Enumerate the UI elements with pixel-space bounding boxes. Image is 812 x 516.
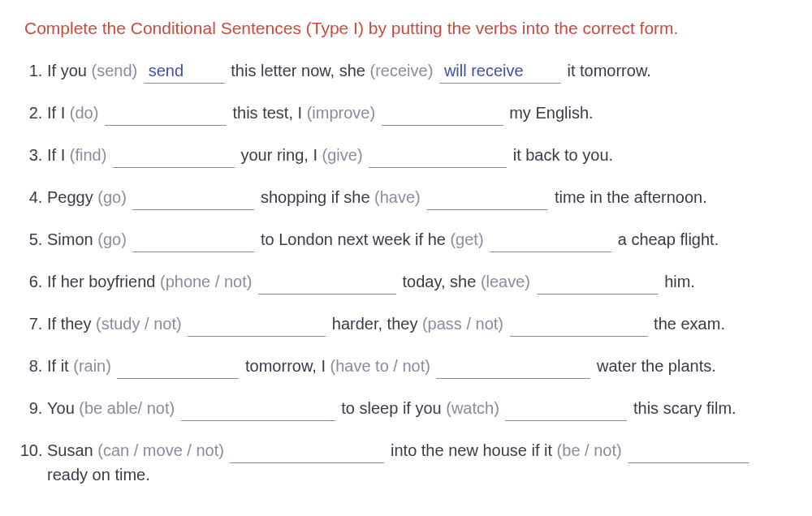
sentence-text: [127, 188, 132, 206]
answer-blank[interactable]: [510, 312, 648, 337]
answer-blank[interactable]: [230, 439, 384, 463]
sentence-text: If I: [47, 146, 70, 164]
sentence-text: to London next week if he: [256, 230, 450, 248]
sentence-text: [622, 441, 627, 459]
verb-cue: (improve): [307, 104, 375, 122]
verb-cue: (phone / not): [160, 273, 252, 290]
verb-cue: (watch): [446, 399, 499, 417]
verb-cue: (send): [91, 62, 137, 80]
verb-cue: (go): [97, 230, 127, 248]
answer-blank[interactable]: [426, 186, 548, 210]
sentence-text: [137, 62, 142, 80]
sentence-text: time in the afternoon.: [550, 188, 706, 206]
exercise-item: If you (send) send this letter now, she …: [47, 59, 788, 84]
answer-blank[interactable]: [258, 270, 396, 295]
answer-blank[interactable]: [382, 101, 503, 126]
answer-blank[interactable]: [181, 397, 335, 421]
sentence-text: today, she: [398, 273, 481, 290]
answer-blank[interactable]: [117, 355, 239, 379]
answer-blank[interactable]: [436, 355, 590, 379]
verb-cue: (leave): [481, 273, 530, 290]
sentence-text: into the new house if it: [386, 441, 556, 459]
verb-cue: (get): [450, 230, 483, 248]
verb-cue: (receive): [370, 62, 434, 80]
sentence-text: [98, 104, 103, 122]
sentence-text: If they: [47, 315, 96, 333]
sentence-text: Susan: [47, 441, 97, 459]
exercise-item: If I (find) your ring, I (give) it back …: [47, 144, 788, 168]
answer-blank[interactable]: [132, 186, 254, 210]
answer-blank[interactable]: [188, 312, 326, 337]
sentence-text: [430, 357, 435, 375]
sentence-text: [224, 441, 229, 459]
sentence-text: [106, 146, 111, 164]
exercise-item: If I (do) this test, I (improve) my Engl…: [47, 101, 788, 126]
sentence-text: If I: [47, 104, 70, 122]
sentence-text: your ring, I: [236, 146, 322, 164]
exercise-item: If they (study / not) harder, they (pass…: [47, 312, 788, 337]
sentence-text: [111, 357, 116, 375]
sentence-text: this test, I: [228, 104, 307, 122]
sentence-text: the exam.: [650, 315, 725, 333]
sentence-text: tomorrow, I: [240, 357, 330, 375]
sentence-text: [433, 62, 438, 80]
exercise-item: Simon (go) to London next week if he (ge…: [47, 228, 788, 252]
exercise-item: If it (rain) tomorrow, I (have to / not)…: [47, 355, 788, 379]
answer-blank[interactable]: [537, 270, 659, 295]
sentence-text: [127, 230, 132, 248]
exercise-item: Susan (can / move / not) into the new ho…: [47, 439, 788, 486]
answer-blank[interactable]: send: [144, 59, 225, 84]
verb-cue: (rain): [73, 357, 111, 375]
exercise-instruction: Complete the Conditional Sentences (Type…: [24, 16, 788, 40]
exercise-item: If her boyfriend (phone / not) today, sh…: [47, 270, 788, 295]
sentence-text: [503, 315, 508, 333]
sentence-text: to sleep if you: [337, 399, 447, 417]
verb-cue: (be able/ not): [79, 399, 175, 417]
sentence-text: [530, 273, 535, 290]
answer-blank[interactable]: [105, 101, 227, 126]
sentence-text: [421, 188, 425, 206]
sentence-text: [499, 399, 504, 417]
sentence-text: him.: [660, 273, 695, 290]
verb-cue: (can / move / not): [97, 441, 224, 459]
sentence-text: You: [47, 399, 79, 417]
verb-cue: (find): [70, 146, 107, 164]
sentence-text: it tomorrow.: [563, 62, 651, 80]
sentence-text: [375, 104, 380, 122]
sentence-text: shopping if she: [256, 188, 374, 206]
sentence-text: If it: [47, 357, 73, 375]
sentence-text: Simon: [47, 230, 97, 248]
sentence-text: [363, 146, 368, 164]
verb-cue: (have): [374, 188, 421, 206]
sentence-text: my English.: [505, 104, 594, 122]
exercise-item: You (be able/ not) to sleep if you (watc…: [47, 397, 788, 421]
answer-blank[interactable]: [113, 144, 235, 168]
sentence-text: If her boyfriend: [47, 273, 160, 290]
verb-cue: (pass / not): [422, 315, 503, 333]
verb-cue: (go): [97, 188, 127, 206]
sentence-text: [182, 315, 187, 333]
sentence-text: [484, 230, 489, 248]
sentence-text: this letter now, she: [227, 62, 370, 80]
exercise-item: Peggy (go) shopping if she (have) time i…: [47, 186, 788, 210]
verb-cue: (be / not): [557, 441, 622, 459]
sentence-text: water the plants.: [592, 357, 715, 375]
answer-blank[interactable]: [132, 228, 254, 252]
answer-blank[interactable]: [369, 144, 507, 168]
answer-blank[interactable]: [628, 439, 749, 463]
sentence-text: [252, 273, 257, 290]
sentence-text: it back to you.: [508, 146, 613, 164]
sentence-text: Peggy: [47, 188, 97, 206]
answer-blank[interactable]: [490, 228, 611, 252]
sentence-text: ready on time.: [47, 466, 150, 484]
sentence-text: a cheap flight.: [613, 230, 719, 248]
verb-cue: (have to / not): [330, 357, 430, 375]
exercise-list: If you (send) send this letter now, she …: [24, 59, 788, 486]
sentence-text: harder, they: [327, 315, 422, 333]
answer-blank[interactable]: will receive: [439, 59, 561, 84]
sentence-text: If you: [47, 62, 91, 80]
verb-cue: (give): [322, 146, 363, 164]
sentence-text: [175, 399, 179, 417]
answer-blank[interactable]: [505, 397, 627, 421]
sentence-text: this scary film.: [628, 399, 736, 417]
